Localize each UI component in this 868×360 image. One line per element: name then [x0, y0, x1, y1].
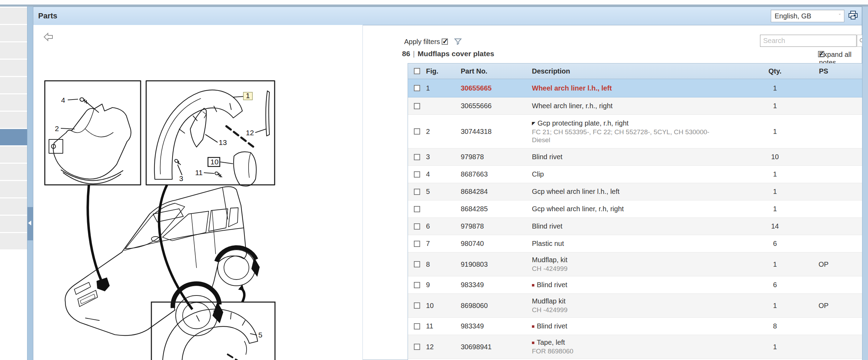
- note-collapse-icon[interactable]: ◤: [532, 121, 535, 126]
- group-title: Mudflaps cover plates: [418, 50, 494, 58]
- fig-number: 5: [426, 188, 461, 196]
- quantity: 1: [754, 84, 796, 92]
- diagram-callout-1: 1: [246, 92, 250, 100]
- print-button[interactable]: [848, 10, 858, 22]
- apply-filters-checkbox[interactable]: [442, 38, 448, 45]
- sidebar-item[interactable]: [0, 60, 27, 76]
- page-title: Parts: [38, 11, 57, 20]
- sidebar-item[interactable]: [0, 8, 27, 24]
- table-row[interactable]: 130655665Wheel arch liner l.h., left1: [408, 79, 868, 97]
- table-row[interactable]: 108698060Mudflap kitCH -4249991OP: [408, 294, 868, 318]
- row-checkbox[interactable]: [414, 223, 420, 230]
- row-checkbox[interactable]: [414, 241, 420, 247]
- language-dropdown[interactable]: English, GB ˇ: [771, 10, 844, 22]
- sidebar-item[interactable]: [0, 181, 27, 197]
- sidebar-item[interactable]: [0, 42, 27, 59]
- part-note: CH -424999: [532, 306, 721, 314]
- language-dropdown-value: English, GB: [775, 12, 811, 20]
- row-checkbox[interactable]: [414, 85, 420, 91]
- ps-flag: OP: [796, 260, 851, 268]
- table-row[interactable]: 48687663Clip1: [408, 166, 868, 183]
- row-checkbox[interactable]: [414, 103, 420, 109]
- part-note: FC 21; CH 553395-, FC 22; CH 552728-, 5C…: [532, 128, 721, 144]
- quantity: 8: [754, 322, 796, 330]
- part-description: Clip: [532, 170, 754, 178]
- table-row[interactable]: 3979878Blind rivet10: [408, 148, 868, 166]
- parts-diagram-drawing: 4211213101135: [33, 25, 362, 360]
- part-description: Plastic nut: [532, 240, 754, 248]
- row-checkbox[interactable]: [414, 323, 420, 329]
- table-row[interactable]: 230744318◤Gcp protecting plate, r.h, rig…: [408, 115, 868, 148]
- row-checkbox[interactable]: [414, 206, 420, 212]
- fig-number: 11: [426, 322, 461, 330]
- filter-funnel-icon[interactable]: [454, 38, 462, 47]
- chevron-down-icon: ˇ: [839, 13, 841, 19]
- quantity: 1: [754, 260, 796, 268]
- quantity: 1: [754, 188, 796, 196]
- sidebar-item[interactable]: [0, 146, 27, 163]
- sidebar-item[interactable]: [0, 112, 27, 128]
- quantity: 6: [754, 240, 796, 248]
- sidebar-item[interactable]: [0, 77, 27, 93]
- row-checkbox[interactable]: [414, 344, 420, 350]
- quantity: 6: [754, 281, 796, 289]
- select-all-checkbox[interactable]: [414, 68, 420, 74]
- table-row[interactable]: 30655666Wheel arch liner, r.h., right1: [408, 97, 868, 115]
- part-number: 980740: [461, 240, 532, 248]
- table-row[interactable]: 89190803Mudflap, kitCH -4249991OP: [408, 252, 868, 276]
- column-header-ps: PS: [796, 67, 851, 75]
- sidebar-item[interactable]: [0, 25, 27, 41]
- part-description: Blind rivet: [532, 222, 754, 230]
- part-number: 8684285: [461, 205, 532, 213]
- fig-number: 7: [426, 240, 461, 248]
- part-description: ◤Gcp protecting plate, r.h, right: [532, 119, 754, 127]
- part-number: 30744318: [461, 128, 532, 136]
- table-header-row: Fig. Part No. Description Qty. PS: [408, 63, 868, 79]
- table-row[interactable]: 8684285Gcp wheel arch liner, r.h, right1: [408, 200, 868, 218]
- table-row[interactable]: 6979878Blind rivet14: [408, 218, 868, 235]
- parts-titlebar: Parts English, GB ˇ: [33, 7, 862, 25]
- part-description: Gcp wheel arch liner l.h., left: [532, 188, 754, 196]
- exchange-bullet-icon: [532, 325, 534, 328]
- diagram-callout-3: 3: [179, 174, 183, 182]
- table-row[interactable]: 11983349Blind rivet8: [408, 318, 868, 335]
- row-checkbox[interactable]: [414, 128, 420, 135]
- part-description: Gcp wheel arch liner, r.h, right: [532, 205, 754, 213]
- diagram-callout-5: 5: [258, 331, 262, 339]
- left-sidebar-list: [0, 7, 27, 360]
- sidebar-item[interactable]: [0, 129, 27, 145]
- diagram-callout-2: 2: [55, 125, 59, 132]
- part-description: Mudflap, kit: [532, 256, 754, 264]
- fig-number: 1: [426, 84, 461, 92]
- table-row[interactable]: 1230698941Tape, leftFOR 86980601: [408, 335, 868, 359]
- part-number: 30655665: [461, 84, 532, 92]
- sidebar-item[interactable]: [0, 198, 27, 215]
- sidebar-item[interactable]: [0, 164, 27, 180]
- quantity: 1: [754, 205, 796, 213]
- table-row[interactable]: 58684284Gcp wheel arch liner l.h., left1: [408, 183, 868, 200]
- part-description: Blind rivet: [532, 322, 754, 330]
- search-input[interactable]: [760, 35, 857, 47]
- exchange-bullet-icon: [532, 284, 534, 286]
- sidebar-splitter[interactable]: [27, 7, 33, 360]
- column-header-part-no: Part No.: [461, 67, 532, 75]
- parts-table: Fig. Part No. Description Qty. PS 130655…: [408, 63, 868, 360]
- row-checkbox[interactable]: [414, 282, 420, 288]
- part-number: 8687663: [461, 170, 532, 178]
- sidebar-item[interactable]: [0, 216, 27, 232]
- apply-filters-label: Apply filters: [404, 38, 440, 46]
- row-checkbox[interactable]: [414, 302, 420, 309]
- row-checkbox[interactable]: [414, 171, 420, 178]
- part-note: FOR 8698060: [532, 347, 721, 355]
- collapse-left-icon[interactable]: [28, 221, 31, 225]
- row-checkbox[interactable]: [414, 261, 420, 267]
- table-row[interactable]: 9983349Blind rivet6: [408, 276, 868, 294]
- part-number: 983349: [461, 281, 532, 289]
- sidebar-item[interactable]: [0, 233, 27, 249]
- row-checkbox[interactable]: [414, 154, 420, 160]
- group-heading: 86|Mudflaps cover plates: [402, 50, 494, 58]
- table-row[interactable]: 7980740Plastic nut6: [408, 235, 868, 252]
- row-checkbox[interactable]: [414, 189, 420, 195]
- sidebar-item[interactable]: [0, 94, 27, 111]
- quantity: 1: [754, 302, 796, 310]
